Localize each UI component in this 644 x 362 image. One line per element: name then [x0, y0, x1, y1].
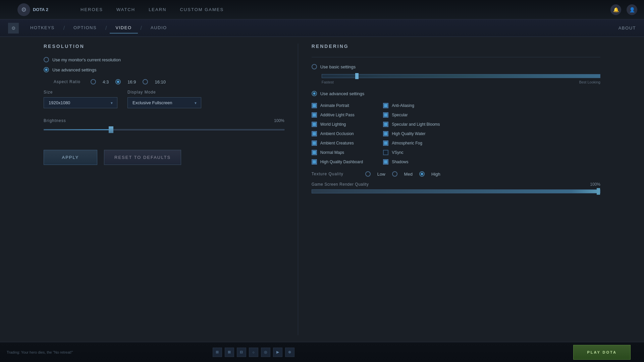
- bottom-icon-5[interactable]: ◎: [261, 348, 270, 357]
- render-quality-value: 100%: [590, 182, 600, 187]
- texture-low-radio[interactable]: [365, 171, 371, 177]
- render-quality-thumb[interactable]: [597, 188, 600, 195]
- atmospheric-fog-checkbox[interactable]: [383, 140, 388, 146]
- ambient-creatures-row: Ambient Creatures: [312, 140, 363, 146]
- top-bar-right: 🔔 👤: [610, 4, 644, 15]
- quality-slider-section: Fastest Best Looking: [322, 74, 600, 84]
- bottom-icon-6[interactable]: ▶: [273, 348, 282, 357]
- nav-watch[interactable]: WATCH: [116, 6, 135, 13]
- render-quality-section: Game Screen Render Quality 100%: [312, 182, 600, 193]
- nav-about[interactable]: ABOUT: [619, 25, 636, 31]
- tab-audio[interactable]: AUDIO: [145, 22, 173, 34]
- texture-med-radio[interactable]: [392, 171, 397, 177]
- action-buttons: APPLY RESET TO DEFAULTS: [44, 150, 284, 165]
- aspect-16-10-radio[interactable]: [143, 79, 148, 84]
- play-label: PLAY DOTA: [587, 350, 617, 354]
- texture-med-label[interactable]: Med: [404, 172, 413, 177]
- advanced-resolution-radio[interactable]: [44, 67, 49, 72]
- quality-track: [322, 74, 600, 78]
- display-select[interactable]: Exclusive Fullscreen Fullscreen Windowed…: [127, 97, 201, 108]
- texture-low-label[interactable]: Low: [377, 172, 385, 177]
- quality-thumb[interactable]: [355, 73, 359, 79]
- brightness-thumb[interactable]: [109, 126, 113, 133]
- world-lighting-checkbox[interactable]: [312, 122, 317, 127]
- top-nav: HEROES WATCH LEARN CUSTOM GAMES: [80, 6, 224, 13]
- tab-options[interactable]: OPTIONS: [67, 22, 103, 34]
- advanced-resolution-label[interactable]: Use advanced settings: [52, 67, 97, 72]
- shadows-checkbox[interactable]: [383, 159, 388, 165]
- monitor-resolution-label[interactable]: Use my monitor's current resolution: [52, 57, 121, 62]
- texture-high-radio[interactable]: [419, 171, 425, 177]
- avatar-icon[interactable]: 👤: [627, 4, 637, 15]
- play-button[interactable]: PLAY DOTA: [573, 345, 631, 360]
- bottom-icon-7[interactable]: ⊕: [285, 348, 294, 357]
- animate-portrait-label: Animate Portrait: [320, 103, 349, 108]
- resolution-title: RESOLUTION: [44, 44, 284, 49]
- ambient-occlusion-checkbox[interactable]: [312, 131, 317, 136]
- render-checkboxes: Animate Portrait Additive Light Pass Wor…: [312, 103, 600, 165]
- bottom-icon-2[interactable]: ⊠: [225, 348, 234, 357]
- size-label: Size: [44, 90, 117, 95]
- tab-hotkeys[interactable]: HOTKEYS: [24, 22, 61, 34]
- brightness-slider-container: [44, 126, 284, 133]
- brightness-label: Brightness: [44, 118, 66, 123]
- high-quality-water-row: High Quality Water: [383, 131, 440, 136]
- ambient-creatures-label: Ambient Creatures: [320, 141, 354, 145]
- high-quality-water-checkbox[interactable]: [383, 131, 388, 136]
- atmospheric-fog-label: Atmospheric Fog: [392, 141, 422, 145]
- aspect-ratio-section: Aspect Ratio 4:3 16:9 16:10: [54, 79, 284, 84]
- aspect-16-10-label[interactable]: 16:10: [155, 79, 166, 84]
- animate-portrait-row: Animate Portrait: [312, 103, 363, 108]
- nav-learn[interactable]: LEARN: [149, 6, 166, 13]
- apply-button[interactable]: APPLY: [44, 150, 97, 165]
- checkboxes-left: Animate Portrait Additive Light Pass Wor…: [312, 103, 363, 165]
- specular-blooms-checkbox[interactable]: [383, 122, 388, 127]
- specular-blooms-row: Specular and Light Blooms: [383, 122, 440, 127]
- reset-button[interactable]: RESET TO DEFAULTS: [104, 150, 181, 165]
- normal-maps-row: Normal Maps: [312, 150, 363, 155]
- shadows-row: Shadows: [383, 159, 440, 165]
- high-quality-dashboard-checkbox[interactable]: [312, 159, 317, 165]
- render-quality-track: [312, 189, 600, 193]
- bottom-icon-1[interactable]: ⊞: [213, 348, 222, 357]
- quality-best-label: Best Looking: [579, 80, 600, 84]
- monitor-resolution-radio[interactable]: [44, 57, 49, 62]
- high-quality-dashboard-label: High Quality Dashboard: [320, 160, 363, 164]
- tab-video[interactable]: VIDEO: [110, 22, 138, 34]
- anti-aliasing-row: Anti-Aliasing: [383, 103, 440, 108]
- brightness-header: Brightness 100%: [44, 118, 284, 123]
- status-text: Trading: Your hero dies, the "No retreat…: [7, 350, 73, 354]
- anti-aliasing-checkbox[interactable]: [383, 103, 388, 108]
- advanced-render-radio[interactable]: [312, 91, 317, 96]
- aspect-ratio-label: Aspect Ratio: [54, 79, 80, 84]
- basic-settings-radio[interactable]: [312, 64, 317, 69]
- aspect-16-9-radio[interactable]: [115, 79, 121, 84]
- specular-checkbox[interactable]: [383, 112, 388, 118]
- nav-custom[interactable]: CUSTOM GAMES: [180, 6, 224, 13]
- ambient-creatures-checkbox[interactable]: [312, 140, 317, 146]
- aspect-4-3-label[interactable]: 4:3: [103, 79, 109, 84]
- bottom-icon-3[interactable]: ⊟: [237, 348, 246, 357]
- nav-heroes[interactable]: HEROES: [80, 6, 103, 13]
- monitor-resolution-row: Use my monitor's current resolution: [44, 57, 284, 62]
- normal-maps-checkbox[interactable]: [312, 150, 317, 155]
- vsync-checkbox[interactable]: [383, 150, 388, 155]
- animate-portrait-checkbox[interactable]: [312, 103, 317, 108]
- basic-settings-label[interactable]: Use basic settings: [320, 64, 356, 69]
- advanced-render-row: Use advanced settings: [312, 91, 600, 96]
- high-quality-water-label: High Quality Water: [392, 131, 425, 136]
- texture-high-label[interactable]: High: [431, 172, 440, 177]
- aspect-4-3-radio[interactable]: [91, 79, 96, 84]
- shadows-label: Shadows: [392, 160, 408, 164]
- aspect-16-9-label[interactable]: 16:9: [127, 79, 136, 84]
- advanced-render-label[interactable]: Use advanced settings: [320, 91, 365, 96]
- additive-light-pass-checkbox[interactable]: [312, 112, 317, 118]
- bottom-icon-4[interactable]: ○: [249, 348, 258, 357]
- specular-label: Specular: [392, 113, 408, 117]
- size-select[interactable]: 644x362 1280x720 2560x1440: [44, 97, 117, 108]
- basic-settings-row: Use basic settings: [312, 64, 600, 69]
- display-select-wrapper: Exclusive Fullscreen Fullscreen Windowed…: [127, 97, 201, 108]
- texture-quality-section: Texture Quality Low Med High: [312, 171, 600, 177]
- advanced-resolution-row: Use advanced settings: [44, 67, 284, 72]
- notification-icon[interactable]: 🔔: [610, 4, 621, 15]
